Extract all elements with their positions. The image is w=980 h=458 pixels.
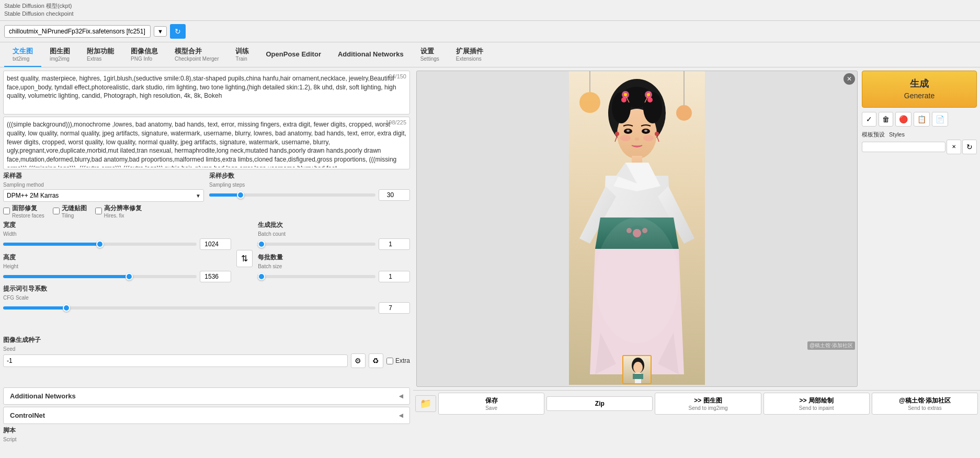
sampling-steps-thumb[interactable]: [237, 191, 244, 199]
width-input[interactable]: [200, 238, 231, 250]
batch-count-track[interactable]: [258, 243, 375, 246]
send-inpaint-btn[interactable]: >> 局部绘制 Send to inpaint: [764, 393, 870, 415]
tiling-input[interactable]: [53, 208, 60, 214]
thumbnail-0[interactable]: [622, 355, 652, 384]
controlnet-arrow: ◀: [399, 413, 403, 418]
bottom-actions-bar: 📁 保存 Save Zip >> 图生图 Send to img2img >> …: [413, 390, 980, 417]
action-icons-row: ✓ 🗑 🔴 📋 📄: [862, 111, 977, 128]
batch-size-input[interactable]: [379, 271, 410, 282]
seed-group: 图像生成种子 Seed ⚙ ♻ Extra: [3, 336, 410, 385]
hires-fix-checkbox[interactable]: 高分辨率修复 Hires. fix: [95, 204, 142, 219]
extra-checkbox[interactable]: [386, 358, 393, 364]
batch-count-label-en: Batch count: [258, 231, 410, 237]
tab-additional-networks[interactable]: Additional Networks: [329, 46, 412, 63]
width-track[interactable]: [3, 243, 197, 246]
width-thumb[interactable]: [96, 241, 104, 248]
tab-txt2img[interactable]: 文生图 txt2img: [4, 42, 41, 67]
svg-point-20: [626, 130, 630, 132]
script-group: 脚本 Script: [3, 426, 410, 458]
sampling-label-zh: 采样器: [3, 171, 204, 180]
tab-train[interactable]: 训练 Train: [227, 42, 257, 67]
additional-networks-header[interactable]: Additional Networks ◀: [4, 388, 409, 404]
height-label-en: Height: [3, 264, 231, 269]
model-dropdown-btn[interactable]: ▼: [154, 26, 167, 37]
negative-prompt-textarea[interactable]: [4, 117, 409, 167]
svg-point-16: [624, 93, 627, 96]
script-label-zh: 脚本: [3, 426, 410, 435]
sampling-steps-input[interactable]: [379, 189, 410, 201]
check-btn[interactable]: ✓: [862, 112, 876, 127]
generate-column: 生成 Generate ✓ 🗑 🔴 📋 📄 模板预设 Styles: [862, 71, 977, 387]
copy1-btn[interactable]: 📋: [914, 112, 930, 127]
styles-input[interactable]: [862, 142, 945, 152]
width-fill: [3, 243, 100, 246]
zip-btn[interactable]: Zip: [546, 396, 653, 411]
svg-point-23: [620, 135, 631, 141]
batch-count-input[interactable]: [379, 238, 410, 250]
height-slider-row: [3, 271, 231, 282]
extra-toggle[interactable]: Extra: [386, 357, 410, 364]
width-label-en: Width: [3, 231, 231, 237]
generate-area: ✕: [413, 67, 980, 390]
preview-close-btn[interactable]: ✕: [844, 73, 855, 85]
sampling-steps-group: 采样步数 Sampling steps: [209, 171, 410, 201]
tab-settings[interactable]: 设置 Settings: [412, 42, 448, 67]
sampling-steps-track[interactable]: [209, 193, 375, 197]
sampling-select[interactable]: DPM++ 2M KarrasEuler aEulerLMSHeunDPM2DP…: [3, 189, 204, 202]
image-preview-area: ✕: [416, 71, 858, 387]
negative-token-count: 198/225: [385, 119, 406, 125]
batch-size-thumb[interactable]: [258, 273, 265, 280]
batch-size-slider-row: [258, 271, 410, 282]
restore-faces-checkbox[interactable]: 面部修复 Restore faces: [3, 204, 44, 219]
tab-extensions[interactable]: 扩展插件 Extensions: [448, 42, 492, 67]
svg-point-17: [647, 93, 650, 96]
model-select[interactable]: chilloutmix_NiPrunedFp32Fix.safetensors …: [4, 25, 151, 38]
folder-btn[interactable]: 📁: [415, 395, 436, 412]
batch-count-label-zh: 生成批次: [258, 221, 410, 230]
tiling-checkbox[interactable]: 无缝贴图 Tiling: [53, 204, 87, 219]
seed-dice-btn[interactable]: ⚙: [351, 353, 366, 368]
seed-recycle-btn[interactable]: ♻: [369, 353, 383, 368]
red-btn[interactable]: 🔴: [895, 112, 911, 127]
styles-refresh-btn[interactable]: ↻: [962, 140, 977, 154]
height-input[interactable]: [200, 271, 231, 282]
cfg-scale-group: 提示词引导系数 CFG Scale: [3, 284, 410, 334]
tab-checkpoint-merger[interactable]: 模型合并 Checkpoint Merger: [166, 42, 227, 67]
refresh-btn[interactable]: ↻: [170, 24, 186, 39]
cfg-scale-input[interactable]: [379, 302, 410, 314]
controlnet-header[interactable]: ControlNet ◀: [4, 407, 409, 423]
negative-prompt-container: 198/225: [3, 117, 410, 169]
tab-png-info[interactable]: 图像信息 PNG Info: [122, 42, 166, 67]
seed-input[interactable]: [3, 354, 348, 367]
send-img2img-btn[interactable]: >> 图生图 Send to img2img: [655, 393, 761, 415]
cfg-scale-track[interactable]: [3, 306, 375, 310]
swap-dimensions-btn[interactable]: ⇅: [236, 250, 253, 267]
script-label-en: Script: [3, 437, 410, 442]
height-track[interactable]: [3, 275, 197, 278]
restore-faces-input[interactable]: [3, 208, 10, 214]
seed-label-zh: 图像生成种子: [3, 336, 410, 345]
sampling-select-wrapper: DPM++ 2M KarrasEuler aEulerLMSHeunDPM2DP…: [3, 189, 204, 202]
trash-btn[interactable]: 🗑: [879, 112, 893, 127]
svg-rect-40: [633, 374, 643, 379]
copy2-btn[interactable]: 📄: [932, 112, 948, 127]
height-group: 高度 Height: [3, 253, 231, 282]
save-btn[interactable]: 保存 Save: [438, 393, 544, 415]
sampling-label-en: Sampling method: [3, 182, 204, 188]
svg-point-21: [644, 130, 647, 132]
batch-size-track[interactable]: [258, 275, 375, 278]
sampling-row: 采样器 Sampling method DPM++ 2M KarrasEuler…: [3, 171, 410, 202]
tab-extras[interactable]: 附加功能 Extras: [78, 42, 122, 67]
hires-fix-input[interactable]: [95, 208, 102, 214]
width-slider-row: [3, 238, 231, 250]
styles-close-btn[interactable]: ✕: [947, 140, 961, 154]
height-thumb[interactable]: [126, 273, 133, 280]
send-extras-btn[interactable]: @稿土馆·添加社区 Send to extras: [872, 393, 978, 415]
cfg-scale-thumb[interactable]: [63, 304, 70, 312]
styles-labels: 模板预设 Styles: [862, 131, 977, 139]
positive-prompt-textarea[interactable]: [4, 71, 409, 112]
batch-count-thumb[interactable]: [258, 241, 265, 248]
tab-img2img[interactable]: 图生图 img2img: [41, 42, 78, 67]
generate-btn[interactable]: 生成 Generate: [862, 71, 977, 108]
tab-openpose[interactable]: OpenPose Editor: [257, 46, 329, 63]
